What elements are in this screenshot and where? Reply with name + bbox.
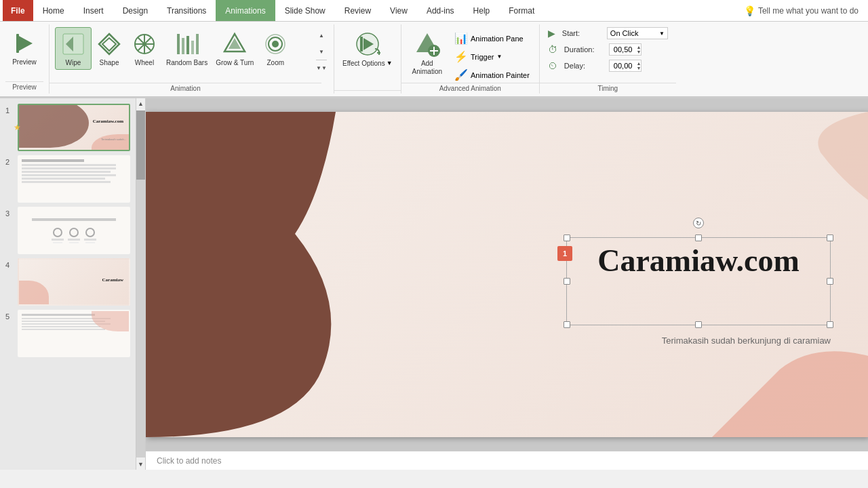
handle-bottom-right[interactable]: [827, 321, 833, 328]
tab-slideshow[interactable]: Slide Show: [275, 0, 335, 21]
tab-home[interactable]: Home: [33, 0, 74, 21]
tab-file[interactable]: File: [3, 0, 33, 21]
timing-section: ▶ Start: On Click ▼ ⏱ Duration: 00,50 ▲ …: [540, 24, 676, 94]
handle-top-right[interactable]: [827, 235, 833, 241]
svg-rect-14: [191, 41, 194, 54]
tab-view[interactable]: View: [380, 0, 417, 21]
tab-animations[interactable]: Animations: [216, 0, 275, 21]
animation-items: Wipe Shape: [55, 27, 315, 70]
animation-grow-turn[interactable]: Grow & Turn: [212, 28, 258, 69]
add-animation-icon: [413, 30, 441, 58]
notes-area[interactable]: Click to add notes: [146, 451, 868, 470]
animation-wheel[interactable]: Wheel: [127, 28, 162, 69]
slide-thumb-2[interactable]: [18, 155, 130, 203]
slide-item-2[interactable]: 2: [5, 155, 130, 203]
svg-rect-15: [196, 34, 199, 54]
handle-bottom-middle[interactable]: [695, 321, 702, 328]
main-area: ▲ ▼ 1 ★ Caramiaw.com Terimakasih suda: [0, 98, 868, 470]
tab-tell-me[interactable]: 💡 Tell me what you want to do: [734, 0, 868, 21]
trigger-icon: ⚡: [454, 50, 468, 63]
preview-button[interactable]: Preview: [5, 27, 43, 68]
slide-item-3[interactable]: 3: [5, 207, 130, 254]
duration-down-button[interactable]: ▼: [636, 49, 641, 54]
delay-down-button[interactable]: ▼: [636, 66, 641, 70]
animation-wipe[interactable]: Wipe: [55, 27, 92, 70]
preview-section-label: Preview: [5, 81, 43, 91]
svg-rect-23: [360, 37, 363, 52]
scroll-expand-button[interactable]: ▼▼: [316, 60, 327, 76]
handle-middle-left[interactable]: [564, 278, 570, 285]
slide-thumb-5[interactable]: [18, 310, 130, 357]
start-play-icon: ▶: [548, 28, 555, 39]
animation-painter-button[interactable]: 🖌️ Animation Painter: [450, 66, 534, 83]
slide-scroll-down-button[interactable]: ▼: [136, 459, 146, 470]
slide-scroll-thumb[interactable]: [136, 110, 145, 180]
slide-item-1[interactable]: 1 ★ Caramiaw.com Terimakasih sudah...: [5, 104, 130, 151]
wheel-label: Wheel: [135, 59, 154, 66]
tab-design[interactable]: Design: [113, 0, 157, 21]
tab-insert[interactable]: Insert: [74, 0, 113, 21]
effect-options-icon: [353, 30, 382, 58]
svg-rect-13: [186, 36, 189, 54]
effect-options-button[interactable]: Effect Options ▼: [340, 27, 395, 70]
tab-help[interactable]: Help: [464, 0, 500, 21]
delay-up-button[interactable]: ▲: [636, 61, 641, 66]
slide-shape-brown: [146, 112, 376, 437]
delay-input[interactable]: 00,00 ▲ ▼: [609, 60, 642, 72]
animation-shape[interactable]: Shape: [92, 28, 127, 69]
grow-turn-label: Grow & Turn: [216, 59, 254, 66]
animation-zoom[interactable]: Zoom: [258, 28, 293, 69]
effect-section-label: [334, 90, 401, 92]
tab-addins[interactable]: Add-ins: [417, 0, 464, 21]
shape-label: Shape: [100, 59, 119, 66]
trigger-button[interactable]: ⚡ Trigger ▼: [450, 48, 534, 65]
animation-painter-icon: 🖌️: [454, 68, 468, 81]
duration-up-button[interactable]: ▲: [636, 45, 641, 49]
slide-scroll-up-button[interactable]: ▲: [136, 98, 146, 109]
start-dropdown[interactable]: On Click ▼: [607, 27, 668, 39]
rotation-handle[interactable]: ↻: [693, 218, 704, 228]
shape-icon: [96, 30, 123, 58]
zoom-icon: [262, 30, 289, 58]
tab-format[interactable]: Format: [499, 0, 544, 21]
handle-top-left[interactable]: [564, 235, 570, 241]
handle-middle-right[interactable]: [827, 278, 833, 285]
animation-pane-button[interactable]: 📊 Animation Pane: [450, 30, 534, 47]
zoom-label: Zoom: [267, 59, 285, 66]
scroll-down-button[interactable]: ▼: [316, 43, 327, 60]
slide-subtitle: Terimakasih sudah berkunjung di caramiaw: [662, 336, 831, 346]
slide-thumb-4[interactable]: Caramiaw: [18, 258, 130, 306]
handle-bottom-left[interactable]: [564, 321, 570, 328]
slide-canvas[interactable]: ↻ 1 Caramiaw.: [146, 112, 868, 437]
duration-spinner[interactable]: ▲ ▼: [636, 45, 641, 54]
duration-input[interactable]: 00,50 ▲ ▼: [609, 43, 642, 56]
slide-number-2: 2: [5, 158, 14, 166]
animation-section-label: Animation: [50, 83, 321, 92]
slide-item-5[interactable]: 5: [5, 310, 130, 357]
notes-placeholder: Click to add notes: [157, 456, 221, 466]
slide-panel-scrollbar: ▲ ▼: [136, 98, 145, 470]
animation-pane-icon: 📊: [454, 32, 468, 45]
wipe-label: Wipe: [66, 59, 81, 66]
animation-section: Wipe Shape: [50, 24, 334, 94]
duration-clock-icon: ⏱: [548, 44, 557, 55]
text-selection-container: ↻ 1 Caramiaw.: [566, 237, 831, 325]
tab-transitions[interactable]: Transitions: [157, 0, 216, 21]
slide-number-4: 4: [5, 261, 14, 269]
add-animation-label: AddAnimation: [412, 60, 442, 76]
delay-spinner[interactable]: ▲ ▼: [636, 61, 641, 70]
tab-review[interactable]: Review: [335, 0, 380, 21]
scroll-up-button[interactable]: ▲: [316, 27, 327, 43]
slide-thumb-1[interactable]: Caramiaw.com Terimakasih sudah...: [18, 104, 130, 151]
slide-panel: ▲ ▼ 1 ★ Caramiaw.com Terimakasih suda: [0, 98, 146, 470]
preview-icon: [11, 30, 38, 57]
timing-duration-row: ⏱ Duration: 00,50 ▲ ▼: [548, 43, 668, 56]
slide-thumb-3[interactable]: [18, 207, 130, 254]
delay-clock-icon: ⏲: [548, 60, 557, 71]
slide-item-4[interactable]: 4 Caramiaw: [5, 258, 130, 306]
ribbon-tabs-row: File Home Insert Design Transitions Anim…: [0, 0, 868, 22]
animation-scroll-buttons: ▲ ▼ ▼▼: [315, 27, 328, 76]
handle-top-middle[interactable]: [695, 235, 702, 241]
animation-random-bars[interactable]: Random Bars: [162, 28, 212, 69]
add-animation-button[interactable]: AddAnimation: [407, 27, 448, 79]
